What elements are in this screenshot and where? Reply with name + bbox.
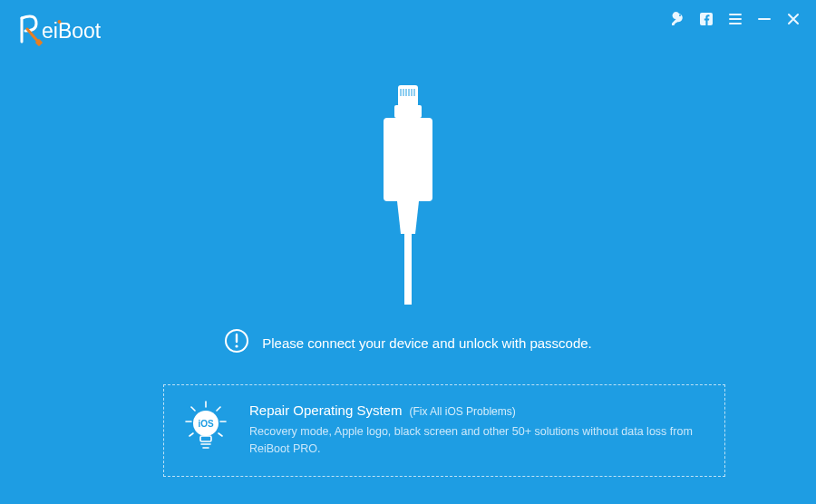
facebook-icon[interactable] (698, 11, 714, 27)
lightbulb-ios-icon: iOS (182, 400, 229, 460)
repair-title-row: Repair Operating System (Fix All iOS Pro… (249, 402, 706, 418)
close-button[interactable] (785, 11, 801, 27)
lightning-cable-icon (367, 82, 449, 312)
repair-os-panel[interactable]: iOS Repair Operating System (Fix All iOS… (163, 384, 725, 477)
repair-title: Repair Operating System (249, 402, 402, 418)
repair-subtitle: (Fix All iOS Problems) (409, 405, 515, 418)
svg-rect-13 (394, 105, 422, 118)
window-controls (669, 11, 801, 27)
svg-point-3 (58, 20, 62, 24)
svg-line-23 (189, 433, 193, 436)
key-icon[interactable] (669, 11, 685, 27)
repair-description: Recovery mode, Apple logo, black screen … (249, 423, 706, 458)
svg-text:eiBoot: eiBoot (42, 19, 102, 43)
app-logo: eiBoot (18, 11, 127, 47)
menu-icon[interactable] (727, 11, 743, 27)
status-message: Please connect your device and unlock wi… (262, 335, 592, 351)
svg-line-19 (191, 407, 195, 411)
alert-icon (224, 328, 249, 357)
ios-badge-text: iOS (198, 419, 214, 429)
svg-rect-26 (200, 436, 211, 441)
repair-texts: Repair Operating System (Fix All iOS Pro… (249, 402, 706, 458)
reiboot-logo: eiBoot (18, 11, 127, 47)
svg-point-17 (236, 344, 238, 347)
svg-rect-14 (404, 232, 412, 305)
svg-line-20 (217, 407, 220, 411)
svg-line-24 (219, 433, 222, 436)
titlebar: eiBoot (0, 0, 816, 47)
status-row: Please connect your device and unlock wi… (224, 328, 592, 357)
minimize-button[interactable] (756, 11, 772, 27)
main-content: Please connect your device and unlock wi… (0, 54, 816, 357)
